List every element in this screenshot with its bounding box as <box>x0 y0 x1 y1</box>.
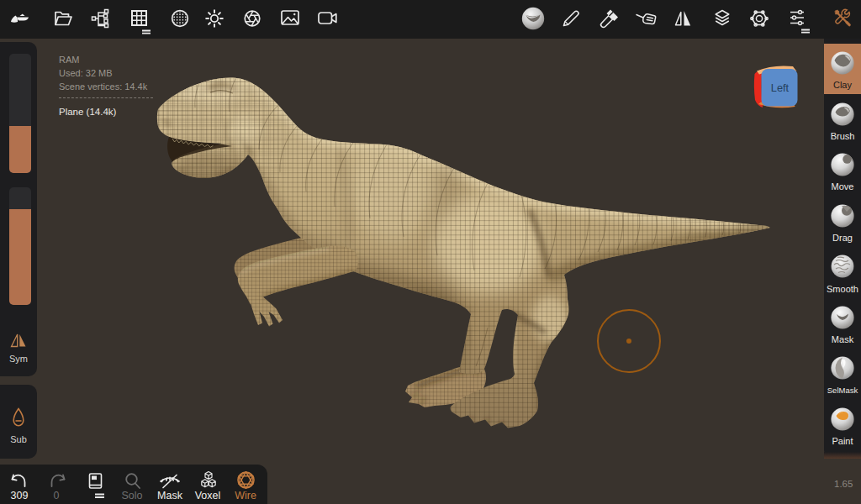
svg-text:Left: Left <box>771 81 790 94</box>
